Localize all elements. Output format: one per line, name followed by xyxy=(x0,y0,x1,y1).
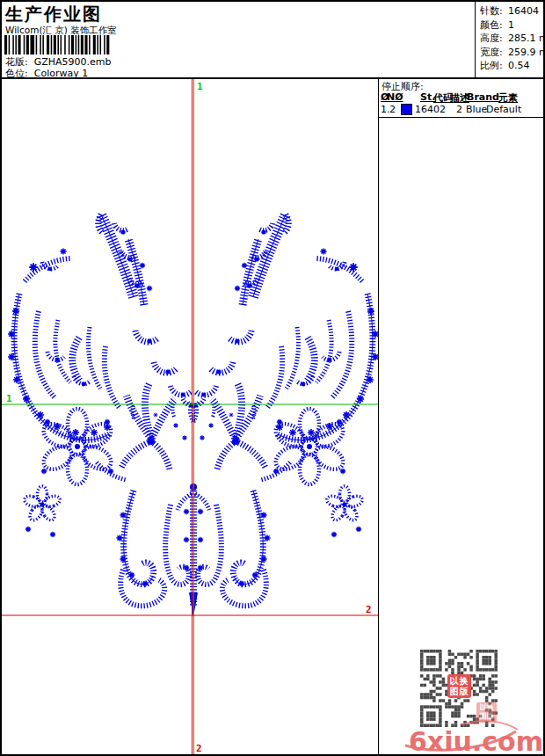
qr-code-icon: 以换 图版 以换 图版 xyxy=(420,650,498,727)
header-divider xyxy=(475,2,476,77)
stat-stitches: 针数:16404 xyxy=(480,4,545,18)
design-artwork xyxy=(8,214,378,617)
end-marker-right: 2 xyxy=(366,604,372,615)
start-marker-left: 1 xyxy=(6,393,12,404)
watermark-text: 6xiu.com xyxy=(409,726,543,756)
barcode-icon xyxy=(4,35,147,55)
row-needle: 2 xyxy=(389,104,396,115)
stat-scale: 比例:0.54 xyxy=(480,59,545,73)
col-brand: Brand xyxy=(467,91,499,103)
header: 生产作业图 Wilcom(汇 京) 装饰工作室 花版:GZHA5900.emb … xyxy=(2,2,543,79)
row-description: Blue xyxy=(466,104,487,115)
red-stamp: 以换 图版 xyxy=(447,674,471,698)
stat-width: 宽度:259.9 mm xyxy=(480,46,545,60)
stat-height: 高度:285.1 mm xyxy=(480,32,545,46)
row-brand: Default xyxy=(486,104,521,115)
design-stats: 针数:16404 颜色:1 高度:285.1 mm 宽度:259.9 mm 比例… xyxy=(480,4,545,73)
stat-colors: 颜色:1 xyxy=(480,18,545,33)
embroidery-canvas: 1 1 2 2 xyxy=(2,77,378,754)
row-stitches: 16402 xyxy=(415,104,446,115)
page-title: 生产作业图 xyxy=(5,3,102,26)
row-seq: 1. xyxy=(381,104,390,115)
row-code: 2 xyxy=(456,104,462,115)
start-marker-top: 1 xyxy=(197,81,203,92)
thread-color-swatch xyxy=(401,104,412,115)
worksheet-page: 生产作业图 Wilcom(汇 京) 装饰工作室 花版:GZHA5900.emb … xyxy=(0,0,545,756)
end-marker-bottom: 2 xyxy=(196,743,202,754)
col-element: 元素 xyxy=(498,91,518,105)
table-rule xyxy=(379,117,543,118)
col-needle: NØ xyxy=(387,91,403,103)
stop-sequence-panel: 停止顺序: Ø NØ St. 代码 描述 Brand 元素 1. 2 16402… xyxy=(379,77,543,754)
